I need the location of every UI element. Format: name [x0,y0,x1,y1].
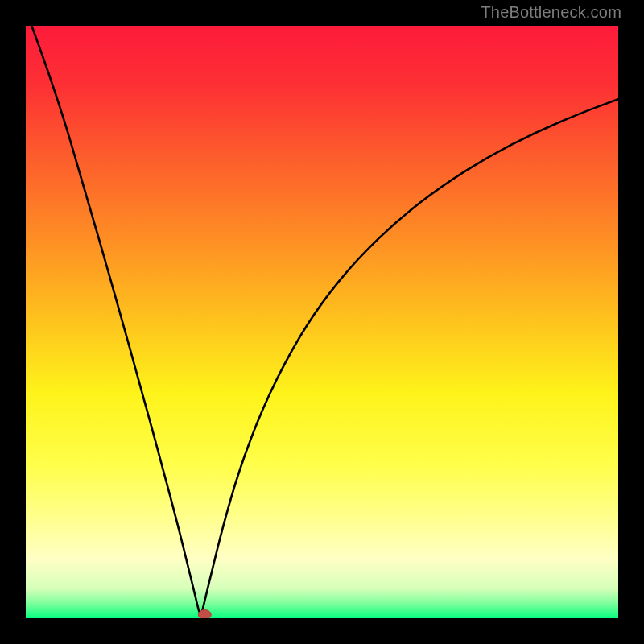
chart-frame: TheBottleneck.com [0,0,644,644]
chart-svg [26,26,618,618]
minimum-marker [198,610,211,618]
plot-area [26,26,618,618]
attribution-label: TheBottleneck.com [481,3,621,22]
gradient-background [26,26,618,618]
